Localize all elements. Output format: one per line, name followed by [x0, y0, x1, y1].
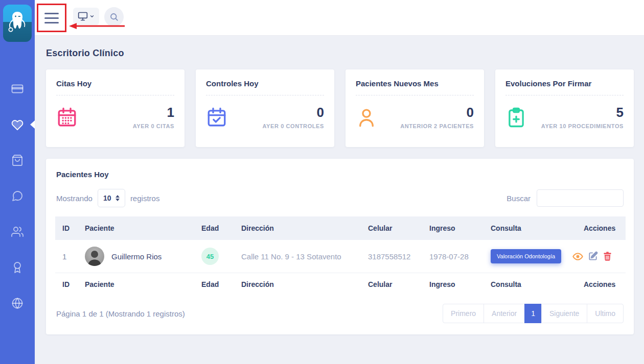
sidebar-item-messages[interactable] [0, 178, 35, 214]
sidebar-item-clinic[interactable] [0, 107, 35, 142]
table-header-row: ID Paciente Edad Dirección Celular Ingre… [55, 216, 626, 240]
footer-column-acciones: Acciones [577, 273, 626, 296]
dashed-divider [356, 95, 474, 95]
footer-column-ingreso: Ingreso [422, 273, 484, 296]
table-controls: Mostrando 10 registros Buscar [56, 189, 624, 207]
heart-icon [11, 118, 24, 131]
patients-table-title: Pacientes Hoy [56, 170, 625, 179]
sidebar-item-store[interactable] [0, 142, 35, 178]
stat-card-value: 1 [167, 106, 174, 119]
page-size-value: 10 [103, 194, 111, 202]
sidebar-item-web[interactable] [0, 285, 35, 321]
table-row: 1 Guillermo Rios 45 Calle 11 No. 9 - 13 … [55, 240, 626, 273]
page-size-group: Mostrando 10 registros [56, 189, 159, 207]
column-header-consulta: Consulta [484, 216, 577, 240]
table-footer-header-row: ID Paciente Edad Dirección Celular Ingre… [55, 273, 626, 296]
stat-card-value: 0 [317, 106, 324, 119]
credit-card-icon [11, 83, 24, 95]
select-arrows-icon [116, 195, 120, 201]
footer-column-celular: Celular [361, 273, 422, 296]
column-header-direccion: Dirección [234, 216, 361, 240]
page-size-select[interactable]: 10 [98, 189, 125, 207]
sidebar-item-certificates[interactable] [0, 250, 35, 285]
pagination-current-page[interactable]: 1 [524, 304, 542, 323]
dashed-divider [206, 95, 324, 95]
footer-column-id: ID [55, 273, 78, 296]
menu-annotation-box[interactable] [37, 4, 66, 32]
clinic-dashboard: Escritorio Clínico Citas Hoy 1 AYER 0 CI… [0, 0, 644, 364]
row-actions [584, 251, 615, 262]
footer-column-paciente: Paciente [78, 273, 194, 296]
stat-card-subtext: AYER 0 CITAS [133, 123, 174, 129]
footer-column-direccion: Dirección [234, 273, 361, 296]
clipboard-plus-icon [505, 107, 527, 128]
edit-icon [588, 251, 598, 261]
table-footer: Página 1 de 1 (Mostrando 1 registros) Pr… [56, 304, 624, 323]
age-badge: 45 [201, 248, 219, 265]
patient-admission-date: 1978-07-28 [422, 240, 484, 273]
stat-card-subtext: AYER 10 PROCEDIMIENTOS [541, 123, 624, 129]
patient-address: Calle 11 No. 9 - 13 Sotavento [234, 240, 361, 273]
stat-card-subtext: AYER 0 CONTROLES [263, 123, 324, 129]
stat-card-controles-hoy: Controles Hoy 0 AYER 0 CONTROLES [196, 69, 334, 147]
column-header-id: ID [55, 216, 78, 240]
table-search-input[interactable] [537, 189, 624, 207]
stat-card-pacientes-nuevos: Pacientes Nuevos Mes 0 ANTERIOR 2 PACIEN… [346, 69, 484, 147]
sidebar [0, 0, 35, 364]
consultation-badge-button[interactable]: Valoración Odontología [491, 249, 561, 263]
globe-icon [11, 297, 24, 309]
pagination: Primero Anterior 1 Siguiente Ultimo [443, 304, 624, 323]
column-header-acciones: Acciones [577, 216, 626, 240]
patient-name[interactable]: Guillermo Rios [111, 252, 162, 261]
sidebar-item-billing[interactable] [0, 71, 35, 107]
pagination-next-button[interactable]: Siguiente [541, 304, 587, 323]
stat-card-title: Pacientes Nuevos Mes [356, 79, 474, 88]
stat-card-value: 0 [467, 106, 474, 119]
pagination-previous-button[interactable]: Anterior [484, 304, 525, 323]
patient-phone: 3187558512 [361, 240, 422, 273]
users-icon [11, 226, 24, 238]
column-header-paciente: Paciente [78, 216, 194, 240]
view-button[interactable] [572, 251, 583, 262]
edit-button[interactable] [588, 251, 598, 261]
column-header-edad: Edad [194, 216, 234, 240]
eye-icon [572, 251, 583, 262]
patients-table: ID Paciente Edad Dirección Celular Ingre… [55, 216, 626, 296]
column-header-ingreso: Ingreso [422, 216, 484, 240]
hamburger-menu-icon[interactable] [44, 10, 59, 27]
pagination-first-button[interactable]: Primero [443, 304, 484, 323]
app-logo[interactable] [3, 5, 32, 42]
stat-card-title: Evoluciones Por Firmar [505, 79, 624, 88]
show-label-prefix: Mostrando [56, 194, 93, 203]
award-icon [11, 261, 24, 274]
patient-id: 1 [55, 240, 78, 273]
screen-selector-button[interactable] [73, 8, 99, 25]
dashed-divider [505, 95, 624, 95]
footer-column-consulta: Consulta [484, 273, 577, 296]
search-button[interactable] [104, 7, 124, 27]
page-summary: Página 1 de 1 (Mostrando 1 registros) [56, 309, 185, 318]
trash-icon [603, 251, 612, 261]
chat-icon [11, 190, 24, 202]
stat-card-evoluciones: Evoluciones Por Firmar 5 AYER 10 PROCEDI… [495, 69, 634, 147]
topbar [35, 0, 644, 36]
dashed-divider [56, 95, 174, 95]
search-icon [109, 12, 119, 21]
active-item-notch [30, 120, 35, 129]
footer-column-edad: Edad [194, 273, 234, 296]
page-title: Escritorio Clínico [46, 48, 634, 59]
sidebar-nav [0, 71, 35, 321]
main-content: Escritorio Clínico Citas Hoy 1 AYER 0 CI… [35, 36, 644, 364]
pagination-last-button[interactable]: Ultimo [587, 304, 624, 323]
search-label: Buscar [507, 194, 531, 203]
table-search-group: Buscar [507, 189, 624, 207]
person-icon [356, 107, 377, 128]
sidebar-item-patients[interactable] [0, 214, 35, 250]
delete-button[interactable] [603, 251, 612, 261]
chevron-down-icon [89, 14, 95, 19]
calendar-icon [56, 107, 78, 128]
show-label-suffix: registros [130, 194, 160, 203]
patient-avatar [85, 247, 104, 266]
stat-cards-row: Citas Hoy 1 AYER 0 CITAS Controles Hoy 0 [46, 69, 634, 147]
stat-card-value: 5 [616, 106, 624, 119]
